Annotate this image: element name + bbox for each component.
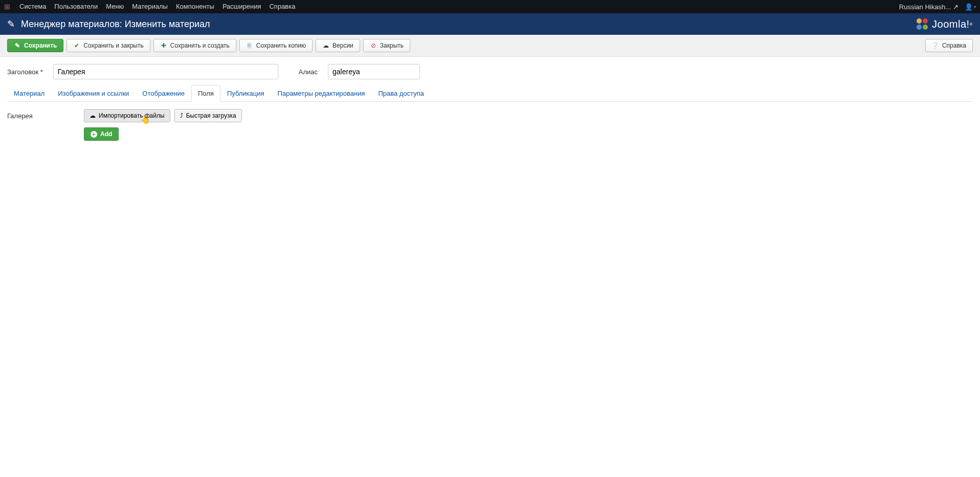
quick-upload-button[interactable]: ⤴ Быстрая загрузка [174, 109, 242, 122]
tab-content[interactable]: Материал [7, 85, 51, 102]
tab-publishing[interactable]: Публикация [220, 85, 271, 102]
user-menu-caret-icon[interactable]: ▾ [974, 5, 976, 9]
joomla-logo: Joomla!® [916, 17, 973, 31]
cloud-down-icon: ☁ [90, 112, 96, 119]
save-label: Сохранить [24, 42, 57, 49]
toolbar: ✎ Сохранить ✔ Сохранить и закрыть ✚ Сохр… [0, 35, 980, 57]
save-copy-label: Сохранить копию [256, 42, 306, 49]
copy-icon: ⎘ [246, 42, 253, 49]
user-icon[interactable]: 👤 [965, 3, 973, 11]
svg-point-0 [917, 18, 922, 24]
save-copy-button[interactable]: ⎘ Сохранить копию [239, 39, 313, 52]
tab-fields[interactable]: Поля [191, 85, 220, 102]
menu-menus[interactable]: Меню [102, 0, 128, 13]
fields-tab-content: Галерея ☁ Импортировать файлы ⤴ Быстрая … [7, 102, 973, 148]
save-new-label: Сохранить и создать [170, 42, 230, 49]
joomla-logo-text: Joomla! [932, 18, 970, 30]
stack-icon: ☁ [322, 42, 329, 49]
cancel-icon: ⊘ [370, 42, 377, 49]
upload-icon: ⤴ [180, 112, 183, 119]
quick-upload-label: Быстрая загрузка [186, 112, 236, 119]
question-icon: ❔ [932, 42, 939, 49]
menu-system[interactable]: Система [15, 0, 50, 13]
title-label: Заголовок * [7, 68, 43, 76]
page-title: Менеджер материалов: Изменить материал [21, 19, 210, 30]
frontend-link[interactable]: Russian Hikash... ↗ [895, 3, 963, 11]
svg-point-2 [917, 25, 922, 30]
plus-icon: ✚ [160, 42, 167, 49]
versions-button[interactable]: ☁ Версии [316, 39, 360, 52]
help-button[interactable]: ❔ Справка [925, 39, 973, 52]
page-title-bar: ✎ Менеджер материалов: Изменить материал… [0, 13, 980, 35]
form-area: Заголовок * Алиас Материал Изображения и… [0, 57, 980, 148]
menu-users[interactable]: Пользователи [50, 0, 102, 13]
apply-icon: ✎ [14, 42, 21, 49]
external-link-icon: ↗ [953, 3, 959, 11]
gallery-field-label: Галерея [7, 109, 84, 141]
add-button[interactable]: + Add [84, 127, 119, 141]
close-button[interactable]: ⊘ Закрыть [363, 39, 410, 52]
frontend-link-label: Russian Hikash... [899, 3, 951, 11]
save-close-button[interactable]: ✔ Сохранить и закрыть [66, 39, 150, 52]
import-files-button[interactable]: ☁ Импортировать файлы [84, 109, 170, 122]
menu-components[interactable]: Компоненты [172, 0, 218, 13]
alias-label: Алиас [299, 68, 318, 76]
alias-input[interactable] [328, 64, 420, 79]
title-input[interactable] [53, 64, 278, 79]
tab-permissions[interactable]: Права доступа [371, 85, 431, 102]
svg-point-1 [923, 18, 928, 24]
add-label: Add [100, 131, 112, 138]
admin-menu-items: Система Пользователи Меню Материалы Комп… [15, 0, 299, 13]
tab-editor-settings[interactable]: Параметры редактирования [271, 85, 372, 102]
joomla-icon: ⊞ [4, 3, 10, 11]
tabs: Материал Изображения и ссылки Отображени… [7, 84, 973, 102]
versions-label: Версии [332, 42, 353, 49]
svg-point-3 [923, 25, 928, 30]
menu-extensions[interactable]: Расширения [218, 0, 265, 13]
tab-images-links[interactable]: Изображения и ссылки [51, 85, 136, 102]
joomla-logo-icon [916, 17, 929, 31]
tab-display[interactable]: Отображение [136, 85, 191, 102]
title-row: Заголовок * Алиас [7, 64, 973, 79]
gallery-field-controls: ☁ Импортировать файлы ⤴ Быстрая загрузка… [84, 109, 973, 141]
check-icon: ✔ [73, 42, 80, 49]
menu-help[interactable]: Справка [265, 0, 299, 13]
admin-menubar: ⊞ Система Пользователи Меню Материалы Ко… [0, 0, 980, 13]
plus-circle-icon: + [91, 131, 97, 138]
save-new-button[interactable]: ✚ Сохранить и создать [153, 39, 236, 52]
save-button[interactable]: ✎ Сохранить [7, 39, 63, 52]
menu-content[interactable]: Материалы [128, 0, 172, 13]
pencil-icon: ✎ [7, 18, 15, 30]
help-label: Справка [942, 42, 966, 49]
save-close-label: Сохранить и закрыть [83, 42, 143, 49]
import-files-label: Импортировать файлы [99, 112, 165, 119]
close-label: Закрыть [380, 42, 404, 49]
